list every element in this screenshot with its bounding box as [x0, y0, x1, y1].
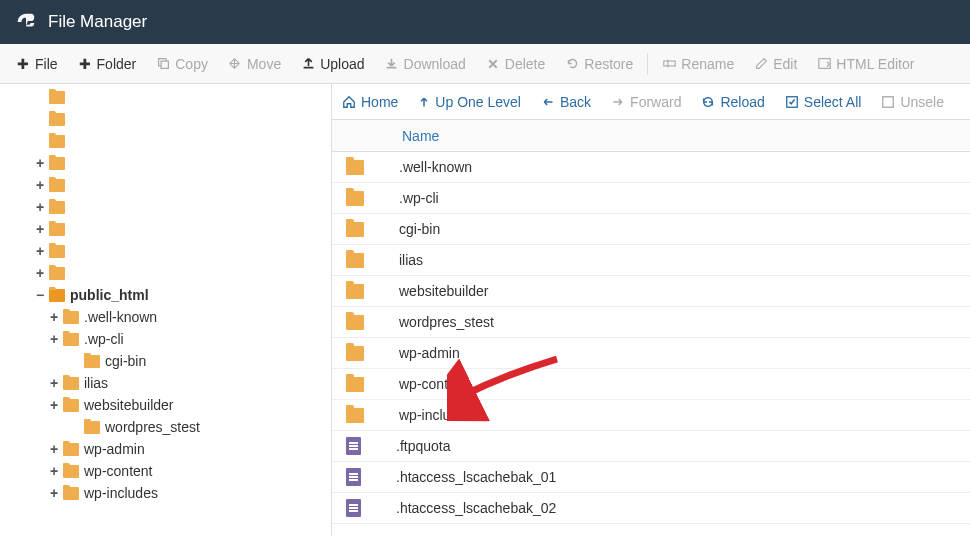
html-editor-button[interactable]: HTML Editor: [807, 50, 924, 78]
square-icon: [881, 95, 895, 109]
file-row[interactable]: .htaccess_lscachebak_01: [332, 462, 970, 493]
edit-button[interactable]: Edit: [744, 50, 807, 78]
file-row[interactable]: .well-known: [332, 152, 970, 183]
tree-item[interactable]: −public_html: [0, 284, 331, 306]
home-icon: [342, 95, 356, 109]
svg-rect-1: [161, 61, 168, 68]
download-icon: [385, 57, 399, 71]
tree-item[interactable]: +websitebuilder: [0, 394, 331, 416]
new-folder-button[interactable]: ✚Folder: [68, 50, 147, 78]
delete-button[interactable]: Delete: [476, 50, 555, 78]
tree-toggle[interactable]: +: [48, 442, 60, 456]
folder-icon: [63, 487, 79, 500]
file-name: .well-known: [374, 159, 472, 175]
tree-toggle[interactable]: +: [48, 464, 60, 478]
folder-icon: [49, 201, 65, 214]
column-name[interactable]: Name: [402, 128, 439, 144]
tree-label: websitebuilder: [84, 397, 174, 413]
file-name: wp-content: [374, 376, 467, 392]
restore-button[interactable]: Restore: [555, 50, 643, 78]
unselect-button[interactable]: Unsele: [881, 94, 944, 110]
plus-icon: ✚: [78, 57, 92, 71]
copy-button[interactable]: Copy: [146, 50, 218, 78]
tree-item[interactable]: +: [0, 262, 331, 284]
tree-item[interactable]: +.wp-cli: [0, 328, 331, 350]
tree-toggle[interactable]: +: [48, 310, 60, 324]
tree-toggle[interactable]: +: [34, 156, 46, 170]
file-row[interactable]: cgi-bin: [332, 214, 970, 245]
tree-item[interactable]: +wp-content: [0, 460, 331, 482]
tree-item[interactable]: +: [0, 196, 331, 218]
tree-item[interactable]: +: [0, 174, 331, 196]
tree-item[interactable]: +: [0, 218, 331, 240]
file-name: .ftpquota: [371, 438, 451, 454]
upload-button[interactable]: Upload: [291, 50, 374, 78]
tree-item[interactable]: [0, 86, 331, 108]
new-file-button[interactable]: ✚File: [6, 50, 68, 78]
tree-label: ilias: [84, 375, 108, 391]
tree-toggle[interactable]: +: [34, 222, 46, 236]
delete-icon: [486, 57, 500, 71]
tree-item[interactable]: +.well-known: [0, 306, 331, 328]
tree-toggle[interactable]: +: [48, 486, 60, 500]
back-button[interactable]: Back: [541, 94, 591, 110]
tree-item[interactable]: +wp-admin: [0, 438, 331, 460]
download-button[interactable]: Download: [375, 50, 476, 78]
select-all-button[interactable]: Select All: [785, 94, 862, 110]
tree-item[interactable]: +wp-includes: [0, 482, 331, 504]
tree-toggle[interactable]: +: [48, 398, 60, 412]
app-header: File Manager: [0, 0, 970, 44]
file-name: .htaccess_lscachebak_01: [371, 469, 556, 485]
copy-icon: [156, 57, 170, 71]
cpanel-logo-icon: [14, 11, 38, 33]
file-row[interactable]: wp-admin: [332, 338, 970, 369]
up-arrow-icon: [418, 95, 430, 109]
file-name: wordpres_stest: [374, 314, 494, 330]
folder-icon: [63, 443, 79, 456]
restore-icon: [565, 57, 579, 71]
content-area: ++++++−public_html+.well-known+.wp-clicg…: [0, 84, 970, 536]
file-row[interactable]: .ftpquota: [332, 431, 970, 462]
file-row[interactable]: wp-includes: [332, 400, 970, 431]
file-row[interactable]: websitebuilder: [332, 276, 970, 307]
file-name: .htaccess_lscachebak_02: [371, 500, 556, 516]
tree-toggle[interactable]: +: [34, 244, 46, 258]
file-row[interactable]: .htaccess_lscachebak_02: [332, 493, 970, 524]
reload-button[interactable]: Reload: [701, 94, 764, 110]
tree-item[interactable]: +: [0, 240, 331, 262]
tree-item[interactable]: wordpres_stest: [0, 416, 331, 438]
file-row[interactable]: .wp-cli: [332, 183, 970, 214]
folder-icon: [346, 315, 364, 330]
tree-label: .well-known: [84, 309, 157, 325]
tree-item[interactable]: [0, 108, 331, 130]
tree-toggle[interactable]: +: [48, 376, 60, 390]
tree-toggle[interactable]: +: [34, 178, 46, 192]
home-button[interactable]: Home: [342, 94, 398, 110]
forward-arrow-icon: [611, 96, 625, 108]
tree-item[interactable]: +: [0, 152, 331, 174]
folder-icon: [63, 465, 79, 478]
folder-icon: [63, 399, 79, 412]
rename-button[interactable]: Rename: [652, 50, 744, 78]
tree-toggle[interactable]: −: [34, 288, 46, 302]
back-arrow-icon: [541, 96, 555, 108]
file-list: .well-known.wp-clicgi-biniliaswebsitebui…: [332, 152, 970, 536]
move-button[interactable]: Move: [218, 50, 291, 78]
folder-icon: [346, 408, 364, 423]
file-row[interactable]: wordpres_stest: [332, 307, 970, 338]
tree-toggle[interactable]: +: [34, 200, 46, 214]
forward-button[interactable]: Forward: [611, 94, 681, 110]
tree-label: wordpres_stest: [105, 419, 200, 435]
app-title: File Manager: [48, 12, 147, 32]
tree-item[interactable]: +ilias: [0, 372, 331, 394]
tree-item[interactable]: cgi-bin: [0, 350, 331, 372]
tree-toggle[interactable]: +: [34, 266, 46, 280]
tree-toggle[interactable]: +: [48, 332, 60, 346]
folder-icon: [49, 267, 65, 280]
file-name: .wp-cli: [374, 190, 439, 206]
tree-item[interactable]: [0, 130, 331, 152]
folder-icon: [49, 157, 65, 170]
file-row[interactable]: ilias: [332, 245, 970, 276]
up-button[interactable]: Up One Level: [418, 94, 521, 110]
file-row[interactable]: wp-content: [332, 369, 970, 400]
